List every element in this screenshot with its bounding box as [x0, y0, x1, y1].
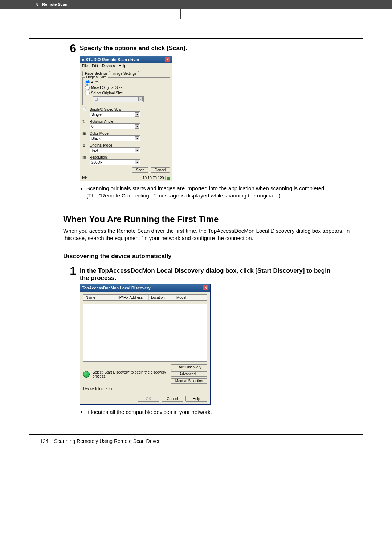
- ok-button: OK: [138, 396, 159, 402]
- start-discovery-button[interactable]: Start Discovery: [171, 364, 207, 370]
- advanced-button[interactable]: Advanced...: [171, 371, 207, 377]
- step-number-1: 1: [62, 265, 76, 277]
- list-header: Name IP/IPX Address Location Model: [83, 294, 207, 301]
- col-header-model[interactable]: Model: [174, 295, 207, 300]
- combo-rotation-value: 0: [91, 125, 94, 129]
- radio-auto-label: Auto: [91, 80, 99, 84]
- scan-button[interactable]: Scan: [132, 167, 148, 173]
- text-doc-icon: 🗎: [82, 143, 90, 147]
- dialog-title: e-STUDIO Remote Scan driver: [82, 57, 139, 62]
- bullet-list-step1: It locates all the compatible devices in…: [80, 408, 363, 416]
- bullet-list-step6: Scanning originals starts and images are…: [80, 185, 363, 200]
- step-title-1: In the TopAccessDocMon Local Discovery d…: [80, 265, 334, 282]
- label-origmode: Original Mode:: [90, 143, 170, 147]
- label-rotation: Rotation Angle:: [90, 119, 170, 123]
- chevron-down-icon[interactable]: ▾: [135, 124, 139, 129]
- close-icon[interactable]: ×: [165, 57, 170, 62]
- step-6-heading: 6 Specify the options and click [Scan].: [29, 42, 363, 54]
- chapter-header: 8 Remote Scan: [0, 0, 392, 9]
- radio-select[interactable]: [85, 91, 90, 95]
- manual-selection-button[interactable]: Manual Selection: [171, 378, 207, 384]
- cancel-button[interactable]: Cancel: [151, 167, 170, 173]
- chevron-down-icon[interactable]: ▾: [135, 148, 139, 152]
- intro-paragraph: When you access the Remote Scan driver t…: [63, 227, 359, 242]
- col-header-location[interactable]: Location: [149, 295, 174, 300]
- status-ip: 10.10.70.120: [141, 176, 166, 180]
- tab-image-settings[interactable]: Image Settings: [110, 71, 139, 76]
- color-swatch-icon: ▦: [82, 131, 90, 135]
- combo-color[interactable]: Black ▾: [90, 135, 140, 141]
- menu-help[interactable]: Help: [119, 64, 126, 68]
- combo-sided[interactable]: Single ▾: [90, 111, 140, 117]
- remote-scan-dialog: e-STUDIO Remote Scan driver × File Edit …: [80, 56, 172, 181]
- step-title-6: Specify the options and click [Scan].: [80, 42, 187, 52]
- col-header-name[interactable]: Name: [83, 295, 116, 300]
- label-resolution: Resolution:: [90, 155, 170, 159]
- label-sided: Single/2-Sided Scan:: [90, 107, 170, 111]
- combo-origmode[interactable]: Text ▾: [90, 147, 140, 153]
- radio-auto[interactable]: [85, 80, 90, 85]
- radio-select-label: Select Original Size: [91, 91, 123, 95]
- radio-mixed[interactable]: [85, 85, 90, 90]
- heading-first-time: When You Are Running the First Time: [63, 214, 363, 224]
- list-item: It locates all the compatible devices in…: [86, 408, 363, 416]
- status-idle: Idle: [82, 176, 88, 180]
- divider-top: [29, 38, 363, 39]
- heading-auto-discover: Discovering the device automatically: [63, 253, 363, 260]
- combo-color-value: Black: [91, 137, 100, 140]
- footer: 124 Scanning Remotely Using Remote Scan …: [40, 438, 363, 444]
- footer-title: Scanning Remotely Using Remote Scan Driv…: [54, 438, 160, 444]
- menu-devices[interactable]: Devices: [102, 64, 115, 68]
- chevron-down-icon[interactable]: ▾: [135, 160, 139, 164]
- combo-rotation[interactable]: 0 ▾: [90, 123, 140, 129]
- combo-original-size-value: LT: [95, 97, 99, 101]
- menu-file[interactable]: File: [82, 64, 88, 68]
- resolution-icon: ▥: [82, 155, 90, 159]
- divider-vertical: [180, 9, 181, 19]
- chapter-title: Remote Scan: [42, 2, 68, 7]
- label-color: Color Mode:: [90, 131, 170, 135]
- dialog2-title: TopAccessDocMon Local Discovery: [82, 286, 151, 290]
- connection-icon: [167, 177, 170, 180]
- chevron-down-icon[interactable]: ▾: [135, 112, 139, 117]
- menu-bar: File Edit Devices Help: [80, 63, 172, 69]
- bullet-subtext: (The "Remote Connecting..." message is d…: [86, 192, 281, 199]
- cancel-button[interactable]: Cancel: [162, 396, 183, 402]
- help-button[interactable]: Help: [185, 396, 207, 402]
- step-number-6: 6: [62, 42, 76, 54]
- page-sides-icon: 📄: [82, 107, 90, 111]
- page-number: 124: [40, 438, 48, 444]
- list-item: Scanning originals starts and images are…: [86, 185, 363, 200]
- chapter-number: 8: [36, 2, 38, 7]
- rotate-icon: ↻: [82, 119, 90, 123]
- device-info-label: Device Information:: [83, 387, 207, 391]
- group-original-size: Original Size Auto Mixed Original Size S…: [82, 77, 170, 105]
- chevron-down-icon[interactable]: ▾: [135, 136, 139, 140]
- combo-resolution[interactable]: 200DPI ▾: [90, 159, 140, 165]
- combo-origmode-value: Text: [91, 148, 98, 152]
- globe-icon: [83, 371, 90, 378]
- divider-footer: [29, 434, 363, 435]
- menu-edit[interactable]: Edit: [92, 64, 98, 68]
- step-1-heading: 1 In the TopAccessDocMon Local Discovery…: [29, 265, 363, 282]
- close-icon[interactable]: ×: [203, 285, 208, 290]
- combo-original-size: LT ▾: [93, 96, 144, 102]
- chevron-down-icon: ▾: [138, 97, 143, 101]
- combo-sided-value: Single: [91, 113, 102, 117]
- combo-resolution-value: 200DPI: [91, 160, 103, 164]
- discovery-hint: Select 'Start Discovery' to begin the di…: [93, 370, 168, 378]
- divider: [63, 261, 363, 261]
- group-title-original-size: Original Size: [85, 75, 108, 79]
- radio-mixed-label: Mixed Original Size: [91, 86, 122, 90]
- local-discovery-dialog: TopAccessDocMon Local Discovery × Name I…: [80, 284, 211, 405]
- bullet-text: It locates all the compatible devices in…: [86, 409, 212, 415]
- device-list[interactable]: [83, 304, 207, 362]
- col-header-ip[interactable]: IP/IPX Address: [116, 295, 149, 300]
- bullet-text: Scanning originals starts and images are…: [86, 185, 326, 191]
